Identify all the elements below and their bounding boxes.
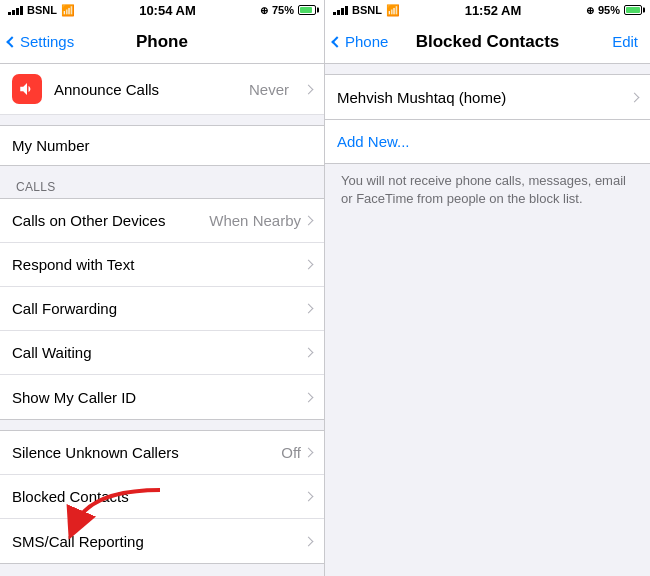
signal-icon <box>8 6 23 15</box>
add-new-label: Add New... <box>337 133 410 150</box>
announce-chevron-icon <box>304 84 314 94</box>
call-waiting-label: Call Waiting <box>12 344 305 361</box>
right-panel: BSNL 📶 11:52 AM ⊕ 95% Phone Blocked Cont… <box>325 0 650 576</box>
blocked-contacts-list: Mehvish Mushtaq (home) <box>325 74 650 120</box>
call-waiting-row[interactable]: Call Waiting <box>0 331 324 375</box>
chevron-left-icon <box>6 36 17 47</box>
calls-other-chevron <box>304 216 314 226</box>
silence-unknown-label: Silence Unknown Callers <box>12 444 281 461</box>
announce-calls-label: Announce Calls <box>54 81 237 98</box>
phone-back-button[interactable]: Phone <box>333 33 388 50</box>
call-waiting-chevron <box>304 348 314 358</box>
wifi-icon: 📶 <box>61 4 75 17</box>
right-back-label: Phone <box>345 33 388 50</box>
right-wifi-icon: 📶 <box>386 4 400 17</box>
blocked-contacts-chevron <box>304 492 314 502</box>
battery-icon <box>298 5 316 15</box>
show-caller-id-label: Show My Caller ID <box>12 389 305 406</box>
respond-with-text-row[interactable]: Respond with Text <box>0 243 324 287</box>
calls-list-section: Calls on Other Devices When Nearby Respo… <box>0 198 324 420</box>
settings-back-button[interactable]: Settings <box>8 33 74 50</box>
carrier-label: BSNL <box>27 4 57 16</box>
block-list-info: You will not receive phone calls, messag… <box>325 164 650 216</box>
call-forwarding-row[interactable]: Call Forwarding <box>0 287 324 331</box>
calls-other-value: When Nearby <box>209 212 301 229</box>
blocked-contacts-label: Blocked Contacts <box>12 488 305 505</box>
right-location-icon: ⊕ <box>586 5 594 16</box>
calls-header-label: CALLS <box>16 180 56 194</box>
respond-text-label: Respond with Text <box>12 256 305 273</box>
right-battery-percent: 95% <box>598 4 620 16</box>
time-label: 10:54 AM <box>139 3 196 18</box>
back-label: Settings <box>20 33 74 50</box>
page-title: Phone <box>136 32 188 52</box>
right-page-title: Blocked Contacts <box>416 32 560 52</box>
blocked-contact-row[interactable]: Mehvish Mushtaq (home) <box>325 75 650 119</box>
right-signal-icon <box>333 6 348 15</box>
info-text-content: You will not receive phone calls, messag… <box>341 173 626 206</box>
blocked-contacts-row[interactable]: Blocked Contacts <box>0 475 324 519</box>
my-number-row[interactable]: My Number <box>0 125 324 166</box>
left-panel: BSNL 📶 10:54 AM ⊕ 75% Settings Phone A <box>0 0 325 576</box>
show-caller-id-chevron <box>304 392 314 402</box>
right-chevron-left-icon <box>331 36 342 47</box>
announce-calls-icon <box>12 74 42 104</box>
edit-button[interactable]: Edit <box>612 33 638 50</box>
show-caller-id-row[interactable]: Show My Caller ID <box>0 375 324 419</box>
contact-chevron <box>630 92 640 102</box>
respond-text-chevron <box>304 260 314 270</box>
left-status-left: BSNL 📶 <box>8 4 75 17</box>
right-battery-icon <box>624 5 642 15</box>
calls-section-header: CALLS <box>0 166 324 198</box>
silence-unknown-chevron <box>304 448 314 458</box>
announce-calls-row[interactable]: Announce Calls Never <box>0 64 324 115</box>
right-time-label: 11:52 AM <box>465 3 522 18</box>
sms-reporting-chevron <box>304 536 314 546</box>
right-status-right: ⊕ 95% <box>586 4 642 16</box>
left-status-bar: BSNL 📶 10:54 AM ⊕ 75% <box>0 0 324 20</box>
calls-on-other-devices-row[interactable]: Calls on Other Devices When Nearby <box>0 199 324 243</box>
right-nav-bar: Phone Blocked Contacts Edit <box>325 20 650 64</box>
bottom-list-section: Silence Unknown Callers Off Blocked Cont… <box>0 430 324 564</box>
right-status-left: BSNL 📶 <box>333 4 400 17</box>
battery-percent: 75% <box>272 4 294 16</box>
sms-call-reporting-row[interactable]: SMS/Call Reporting <box>0 519 324 563</box>
silence-unknown-value: Off <box>281 444 301 461</box>
call-forwarding-chevron <box>304 304 314 314</box>
silence-unknown-row[interactable]: Silence Unknown Callers Off <box>0 431 324 475</box>
right-carrier-label: BSNL <box>352 4 382 16</box>
add-new-row[interactable]: Add New... <box>325 120 650 164</box>
calls-other-label: Calls on Other Devices <box>12 212 209 229</box>
my-number-label: My Number <box>12 137 90 154</box>
sms-reporting-label: SMS/Call Reporting <box>12 533 305 550</box>
announce-calls-value: Never <box>249 81 289 98</box>
speaker-icon <box>18 80 36 98</box>
call-forwarding-label: Call Forwarding <box>12 300 305 317</box>
left-status-right: ⊕ 75% <box>260 4 316 16</box>
contact-name: Mehvish Mushtaq (home) <box>337 89 631 106</box>
left-nav-bar: Settings Phone <box>0 20 324 64</box>
right-status-bar: BSNL 📶 11:52 AM ⊕ 95% <box>325 0 650 20</box>
location-icon: ⊕ <box>260 5 268 16</box>
